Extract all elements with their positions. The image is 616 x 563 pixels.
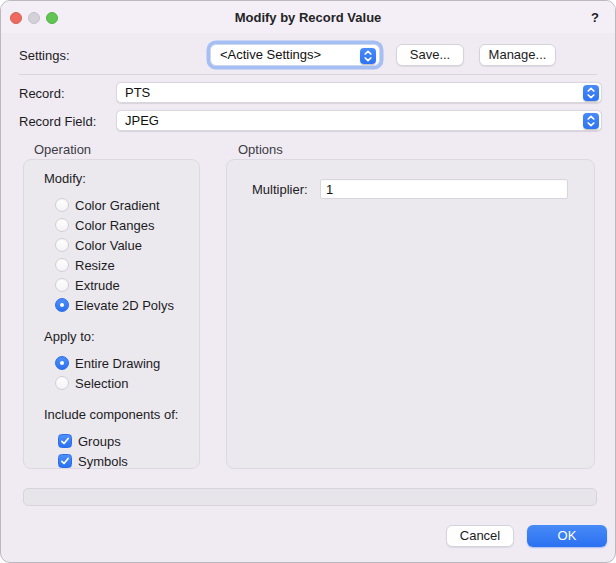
radio-label: Color Gradient	[75, 198, 160, 213]
radio-resize[interactable]: Resize	[55, 255, 199, 275]
cancel-button[interactable]: Cancel	[446, 525, 514, 547]
radio-icon	[55, 258, 69, 272]
radio-label: Selection	[75, 376, 128, 391]
record-combo[interactable]: PTS	[116, 82, 602, 103]
record-stepper-icon	[583, 85, 599, 101]
radio-icon	[55, 298, 69, 312]
checkbox-label: Symbols	[78, 454, 128, 469]
multiplier-input[interactable]	[320, 179, 568, 199]
ok-button[interactable]: OK	[527, 525, 607, 547]
radio-color-ranges[interactable]: Color Ranges	[55, 215, 199, 235]
window-title: Modify by Record Value	[1, 10, 615, 25]
radio-label: Color Ranges	[75, 218, 155, 233]
radio-extrude[interactable]: Extrude	[55, 275, 199, 295]
radio-entire-drawing[interactable]: Entire Drawing	[55, 353, 199, 373]
radio-color-value[interactable]: Color Value	[55, 235, 199, 255]
radio-icon	[55, 356, 69, 370]
apply-to-label: Apply to:	[44, 329, 199, 344]
popup-stepper-icon	[360, 48, 376, 64]
record-label: Record:	[19, 86, 65, 101]
help-button[interactable]: ?	[591, 10, 599, 25]
radio-icon	[55, 218, 69, 232]
radio-label: Entire Drawing	[75, 356, 160, 371]
record-field-combo-value: JPEG	[125, 113, 159, 128]
checkbox-label: Groups	[78, 434, 121, 449]
radio-label: Elevate 2D Polys	[75, 298, 174, 313]
radio-color-gradient[interactable]: Color Gradient	[55, 195, 199, 215]
checkbox-icon	[58, 454, 72, 468]
record-field-label: Record Field:	[19, 114, 96, 129]
settings-popup[interactable]: <Active Settings>	[210, 44, 380, 66]
radio-selection[interactable]: Selection	[55, 373, 199, 393]
radio-label: Color Value	[75, 238, 142, 253]
options-group-title: Options	[238, 142, 283, 157]
record-field-stepper-icon	[583, 113, 599, 129]
settings-popup-value: <Active Settings>	[220, 47, 321, 62]
record-field-combo[interactable]: JPEG	[116, 110, 602, 131]
modify-by-record-value-dialog: Modify by Record Value ? Settings: <Acti…	[0, 0, 616, 563]
title-bar: Modify by Record Value ?	[1, 1, 615, 33]
progress-status-well	[23, 488, 597, 506]
settings-label: Settings:	[19, 48, 70, 63]
save-button[interactable]: Save...	[396, 44, 464, 66]
radio-label: Extrude	[75, 278, 120, 293]
multiplier-label: Multiplier:	[252, 182, 308, 197]
modify-label: Modify:	[44, 171, 199, 186]
checkbox-symbols[interactable]: Symbols	[58, 451, 199, 471]
radio-icon	[55, 278, 69, 292]
manage-button[interactable]: Manage...	[479, 44, 556, 66]
radio-icon	[55, 198, 69, 212]
radio-label: Resize	[75, 258, 115, 273]
record-combo-value: PTS	[125, 85, 150, 100]
include-components-label: Include components of:	[44, 407, 199, 422]
radio-icon	[55, 376, 69, 390]
checkbox-icon	[58, 434, 72, 448]
separator	[19, 74, 597, 75]
checkbox-groups[interactable]: Groups	[58, 431, 199, 451]
radio-icon	[55, 238, 69, 252]
radio-elevate-2d-polys[interactable]: Elevate 2D Polys	[55, 295, 199, 315]
options-group: Multiplier:	[226, 159, 595, 469]
operation-group: Modify: Color Gradient Color Ranges Colo…	[23, 159, 200, 469]
operation-group-title: Operation	[34, 142, 91, 157]
